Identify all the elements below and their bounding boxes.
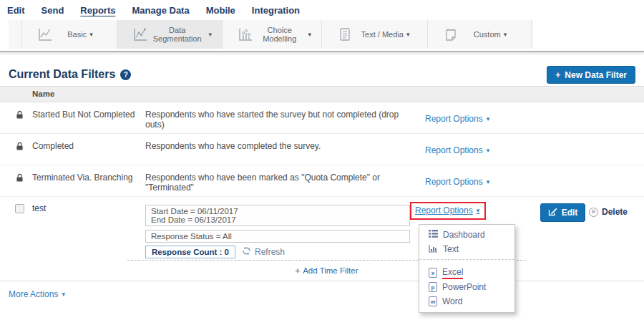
filter-description: Respondents who have been marked as "Quo… [145,173,417,193]
chevron-down-icon: ▾ [487,179,490,185]
help-icon[interactable]: ? [120,69,131,80]
report-options-label: Report Options [425,114,483,124]
nav-item-manage-data[interactable]: Manage Data [132,5,189,16]
report-options-link[interactable]: Report Options▾ [425,145,489,155]
tab-text-media[interactable]: Text / Media▾ [321,20,427,49]
menu-item-text[interactable]: Text [419,242,514,256]
date-filter-box: Start Date = 06/11/2017 End Date = 06/13… [145,205,410,226]
powerpoint-file-icon: p [429,282,437,292]
tab-choice-modelling-label: Choice Modelling [254,26,305,43]
menu-item-label: PowerPoint [442,282,486,292]
custom-page-icon [442,26,459,43]
table-row: Completed Respondents who have completed… [0,134,644,165]
table-row: Terminated Via. Branching Respondents wh… [0,165,644,197]
end-date-criterion: End Date = 06/13/2017 [151,215,404,224]
report-options-link[interactable]: Report Options▾ [425,114,489,124]
edit-button[interactable]: Edit [540,203,585,222]
refresh-label: Refresh [255,247,285,257]
tab-custom[interactable]: Custom▾ [427,20,532,49]
circle-x-icon: ✕ [589,208,598,217]
filter-description: Respondents who have completed the surve… [145,141,417,151]
tab-basic[interactable]: Basic▾ [21,20,117,49]
report-options-label: Report Options [415,205,473,215]
tab-data-segmentation[interactable]: Data Segmentation▾ [117,20,222,49]
menu-divider [419,259,514,260]
report-options-annotation-box: Report Options▾ [410,202,486,220]
tab-choice-modelling[interactable]: Choice Modelling▾ [222,20,321,49]
menu-item-dashboard[interactable]: Dashboard [419,228,514,242]
nav-item-mobile[interactable]: Mobile [206,5,235,16]
lock-icon [16,142,24,153]
tab-data-segmentation-label: Data Segmentation [149,26,205,43]
excel-file-icon: x [429,268,437,278]
delete-label: Delete [602,207,628,217]
filter-criteria: Start Date = 06/11/2017 End Date = 06/13… [145,205,410,258]
menu-item-label: Dashboard [443,230,485,240]
menu-item-label: Text [443,244,459,254]
chevron-down-icon: ▾ [208,31,212,38]
nav-item-integration[interactable]: Integration [252,5,300,16]
filter-name: Completed [32,141,74,151]
report-options-label: Report Options [425,145,483,155]
chevron-down-icon: ▾ [487,147,490,154]
document-lines-icon [336,26,353,43]
more-actions-label: More Actions [9,289,58,299]
status-filter-box: Response Status = All [145,230,410,243]
word-file-icon: w [429,296,437,306]
report-options-link-test[interactable]: Report Options▾ [415,205,479,215]
refresh-link[interactable]: Refresh [242,246,285,258]
report-tab-strip: Basic▾ Data Segmentation▾ Choice Modelli… [9,20,533,49]
chevron-down-icon: ▾ [89,31,93,38]
status-criterion: Response Status = All [151,232,232,241]
data-filters-table: Name Started But Not Completed Responden… [0,86,644,281]
chevron-down-icon: ▾ [504,31,507,38]
add-time-filter-link[interactable]: +Add Time Filter [295,266,358,275]
delete-link[interactable]: ✕ Delete [589,207,628,217]
filter-name: Started But Not Completed [32,110,135,120]
edit-button-label: Edit [562,208,578,218]
menu-item-powerpoint[interactable]: p PowerPoint [419,280,514,294]
filter-name: Terminated Via. Branching [32,173,133,183]
nav-item-send[interactable]: Send [42,5,64,16]
report-options-link[interactable]: Report Options▾ [425,177,489,187]
add-time-filter-label: Add Time Filter [303,266,358,275]
plus-icon: + [295,266,300,275]
menu-item-word[interactable]: w Word [419,294,514,309]
start-date-criterion: Start Date = 06/11/2017 [151,207,404,215]
bar-chart-icon [429,244,438,255]
refresh-icon [242,246,251,258]
chevron-down-icon: ▾ [62,291,65,298]
new-data-filter-button[interactable]: + New Data Filter [547,66,635,84]
section-divider [0,51,644,52]
chevron-down-icon: ▾ [487,116,490,122]
bubble-bar-chart-icon [237,26,254,43]
pencil-icon [548,207,557,218]
table-header-row: Name [0,86,644,102]
table-row: Started But Not Completed Respondents wh… [0,102,644,134]
lock-icon [16,110,24,122]
row-checkbox[interactable] [15,204,24,213]
more-actions-link[interactable]: More Actions ▾ [9,289,65,299]
chevron-down-icon: ▾ [406,31,410,38]
new-data-filter-label: New Data Filter [565,70,627,80]
chevron-down-icon: ▾ [477,208,480,214]
report-options-menu: Dashboard Text x Excel p PowerPoint w Wo… [419,224,515,313]
menu-item-excel[interactable]: x Excel [419,266,514,280]
plus-icon: + [555,70,560,80]
top-nav: Edit Send Reports Manage Data Mobile Int… [0,0,644,20]
menu-item-label: Word [442,296,462,306]
tab-basic-label: Basic [67,30,87,39]
tab-text-media-label: Text / Media [361,30,404,39]
filter-name-test[interactable]: test [32,203,46,213]
dashboard-list-icon [429,230,438,240]
page-title: Current Data Filters ? [9,68,131,81]
line-chart-icon [36,26,54,43]
nav-item-reports[interactable]: Reports [80,5,115,16]
chevron-down-icon: ▾ [308,31,311,38]
filter-description: Respondents who have started the survey … [145,110,417,130]
menu-item-label: Excel [442,267,463,279]
tab-custom-label: Custom [474,30,501,39]
nav-item-edit[interactable]: Edit [7,5,25,16]
page-title-text: Current Data Filters [9,68,115,81]
response-count-badge: Response Count : 0 [145,246,235,258]
